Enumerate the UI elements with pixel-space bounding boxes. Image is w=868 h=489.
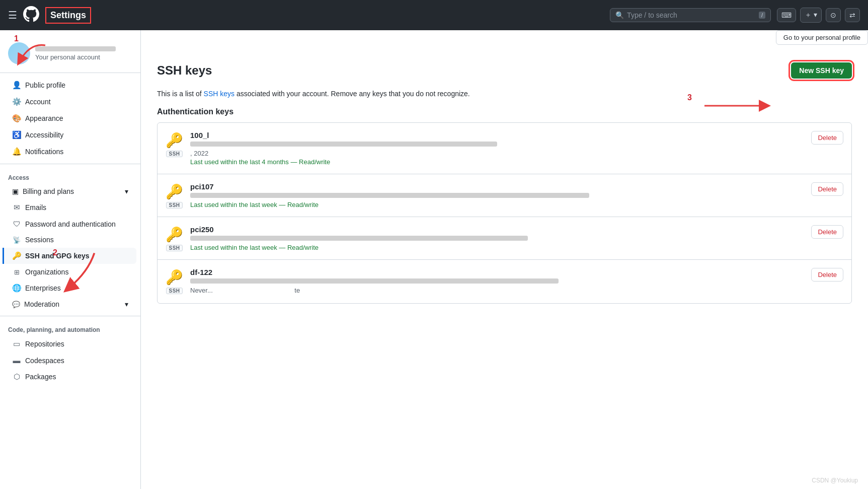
sidebar-profile: Your personal account xyxy=(0,38,140,73)
settings-title: Settings xyxy=(45,7,91,24)
sidebar-item-codespaces[interactable]: ▬ Codespaces xyxy=(4,353,136,368)
chevron-down-icon-2: ▾ xyxy=(125,300,128,308)
accessibility-icon: ♿ xyxy=(12,130,21,139)
key-fp-blur-1 xyxy=(190,142,497,147)
key-fp-blur-4 xyxy=(190,278,559,284)
key-badge-2: SSH xyxy=(166,202,182,208)
sidebar-label-notifications: Notifications xyxy=(25,148,63,156)
key-name-2: pci107 xyxy=(190,182,804,191)
sidebar-item-moderation[interactable]: 💬 Moderation ▾ xyxy=(4,297,136,312)
avatar xyxy=(8,42,30,64)
search-input[interactable] xyxy=(627,11,756,19)
sidebar-item-organizations[interactable]: ⊞ Organizations xyxy=(4,264,136,280)
sidebar: Your personal account 👤 Public profile ⚙… xyxy=(0,30,141,489)
hamburger-icon[interactable]: ☰ xyxy=(8,9,17,21)
codespaces-icon: ▬ xyxy=(12,356,21,365)
search-bar[interactable]: 🔍 / xyxy=(610,8,771,22)
person-icon: 👤 xyxy=(12,81,21,90)
sidebar-item-notifications[interactable]: 🔔 Notifications xyxy=(4,144,136,160)
globe-icon: 🌐 xyxy=(12,284,21,293)
sidebar-label-moderation: Moderation xyxy=(24,300,59,308)
bell-icon: 🔔 xyxy=(12,147,21,156)
packages-icon: ⬡ xyxy=(12,372,21,381)
sidebar-item-appearance[interactable]: 🎨 Appearance xyxy=(4,110,136,126)
table-row: 🔑 SSH 100_l , 2022 Last used within the … xyxy=(157,123,851,174)
top-navbar: ☰ Settings 🔍 / ⌨ ＋ ▾ ⊙ ⇄ xyxy=(0,0,868,30)
billing-icon: ▣ xyxy=(12,187,19,195)
key-icon-2: 🔑 xyxy=(166,183,183,200)
table-row: 🔑 SSH pci107 Last used within the last w… xyxy=(157,174,851,217)
key-name-1: 100_l xyxy=(190,131,804,139)
sidebar-label-codespaces: Codespaces xyxy=(25,357,64,365)
main-layout: Your personal account 👤 Public profile ⚙… xyxy=(0,30,868,489)
ssh-link[interactable]: SSH keys xyxy=(204,90,234,98)
delete-key-3-button[interactable]: Delete xyxy=(811,225,843,239)
annotation-number-1: 1 xyxy=(14,34,19,43)
code-section-label: Code, planning, and automation xyxy=(0,320,140,335)
sidebar-label-enterprises: Enterprises xyxy=(25,284,61,292)
key-date-1: , 2022 xyxy=(190,150,804,157)
slash-kbd: / xyxy=(759,12,765,19)
page-title: SSH keys xyxy=(157,63,212,78)
chevron-down-icon: ▾ xyxy=(125,187,128,195)
appearance-icon: 🎨 xyxy=(12,114,21,123)
sidebar-label-packages: Packages xyxy=(25,373,56,381)
history-button[interactable]: ⊙ xyxy=(826,8,841,22)
annotation-number-3: 3 xyxy=(687,93,692,102)
github-logo-icon[interactable] xyxy=(23,6,39,24)
sidebar-item-accessibility[interactable]: ♿ Accessibility xyxy=(4,127,136,143)
key-list: 🔑 SSH 100_l , 2022 Last used within the … xyxy=(157,122,852,304)
sidebar-label-organizations: Organizations xyxy=(25,268,68,276)
terminal-button[interactable]: ⌨ xyxy=(777,8,796,22)
sidebar-item-emails[interactable]: ✉ Emails xyxy=(4,199,136,216)
main-header: SSH keys New SSH key xyxy=(157,62,852,79)
sidebar-label-public-profile: Public profile xyxy=(25,81,65,89)
key-icon: 🔑 xyxy=(12,251,21,260)
sidebar-item-public-profile[interactable]: 👤 Public profile xyxy=(4,77,136,93)
sidebar-label-billing: Billing and plans xyxy=(23,187,74,195)
sidebar-label-emails: Emails xyxy=(25,203,46,212)
key-icon-4: 🔑 xyxy=(166,269,183,286)
new-dropdown-button[interactable]: ＋ ▾ xyxy=(800,8,822,23)
nav-actions: ⌨ ＋ ▾ ⊙ ⇄ xyxy=(777,8,860,23)
sidebar-item-sessions[interactable]: 📡 Sessions xyxy=(4,232,136,247)
key-badge-3: SSH xyxy=(166,245,182,251)
sidebar-label-accessibility: Accessibility xyxy=(25,131,63,139)
key-icon-1: 🔑 xyxy=(166,132,183,149)
watermark: CSDN @Youkiup xyxy=(812,477,858,484)
access-section-label: Access xyxy=(0,168,140,183)
sidebar-item-packages[interactable]: ⬡ Packages xyxy=(4,369,136,385)
sidebar-label-account: Account xyxy=(25,98,51,106)
sidebar-item-password[interactable]: 🛡 Password and authentication xyxy=(4,216,136,232)
delete-key-2-button[interactable]: Delete xyxy=(811,182,843,196)
key-usage-1: Last used within the last 4 months — Rea… xyxy=(190,158,804,166)
key-usage-3: Last used within the last week — Read/wr… xyxy=(190,244,804,251)
key-badge-4: SSH xyxy=(166,288,182,294)
profile-name-blur xyxy=(35,46,116,51)
sidebar-label-repositories: Repositories xyxy=(25,340,64,348)
pr-button[interactable]: ⇄ xyxy=(845,8,860,22)
annotation-number-2: 2 xyxy=(53,248,57,257)
key-fp-blur-3 xyxy=(190,236,528,241)
delete-key-1-button[interactable]: Delete xyxy=(811,131,843,145)
key-name-4: df-122 xyxy=(190,268,804,276)
key-badge-1: SSH xyxy=(166,151,182,157)
search-icon: 🔍 xyxy=(615,11,624,19)
auth-keys-label: Authentication keys xyxy=(157,107,852,116)
sidebar-item-ssh-gpg[interactable]: 🔑 SSH and GPG keys xyxy=(3,248,136,264)
new-ssh-key-button[interactable]: New SSH key xyxy=(791,62,852,79)
key-usage-2: Last used within the last week — Read/wr… xyxy=(190,201,804,208)
delete-key-4-button[interactable]: Delete xyxy=(811,268,843,282)
sessions-icon: 📡 xyxy=(12,236,21,244)
sidebar-label-sessions: Sessions xyxy=(25,236,54,244)
sidebar-item-account[interactable]: ⚙️ Account xyxy=(4,94,136,110)
key-date-4: Never... te xyxy=(190,287,804,294)
go-profile-button[interactable]: Go to your personal profile xyxy=(776,30,868,45)
sidebar-item-billing[interactable]: ▣ Billing and plans ▾ xyxy=(4,184,136,199)
moderation-icon: 💬 xyxy=(12,301,20,308)
sidebar-item-enterprises[interactable]: 🌐 Enterprises xyxy=(4,280,136,296)
profile-sub: Your personal account xyxy=(35,53,116,61)
gear-icon: ⚙️ xyxy=(12,97,21,106)
sidebar-item-repositories[interactable]: ▭ Repositories xyxy=(4,336,136,352)
key-icon-3: 🔑 xyxy=(166,226,183,243)
